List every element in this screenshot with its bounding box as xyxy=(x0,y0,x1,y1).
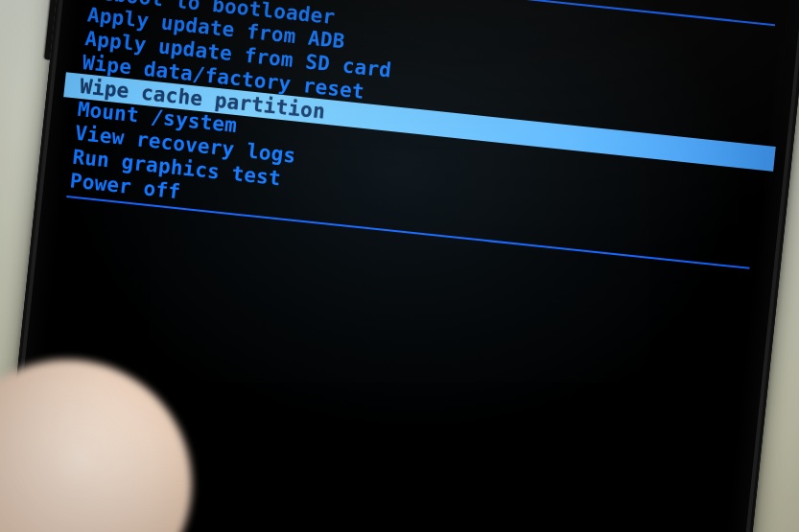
recovery-console: Android Recovery samsung/dream2qltesq/dr… xyxy=(65,0,787,271)
